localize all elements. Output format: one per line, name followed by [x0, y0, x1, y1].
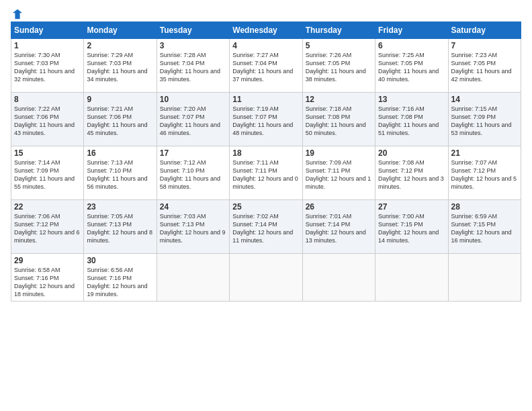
calendar-cell: 16Sunrise: 7:13 AM Sunset: 7:10 PM Dayli…: [84, 146, 157, 200]
calendar-cell: 25Sunrise: 7:02 AM Sunset: 7:14 PM Dayli…: [230, 200, 302, 254]
day-info: Sunrise: 7:14 AM Sunset: 7:09 PM Dayligh…: [14, 158, 81, 191]
day-info: Sunrise: 7:30 AM Sunset: 7:03 PM Dayligh…: [14, 51, 81, 84]
day-number: 15: [14, 148, 81, 158]
day-number: 19: [306, 148, 372, 158]
header: [11, 8, 521, 17]
day-info: Sunrise: 7:13 AM Sunset: 7:10 PM Dayligh…: [87, 158, 153, 191]
calendar-cell: 21Sunrise: 7:07 AM Sunset: 7:12 PM Dayli…: [448, 146, 521, 200]
day-number: 28: [451, 202, 518, 212]
day-number: 30: [87, 256, 153, 265]
calendar-cell: 13Sunrise: 7:16 AM Sunset: 7:08 PM Dayli…: [375, 93, 448, 146]
day-info: Sunrise: 7:05 AM Sunset: 7:13 PM Dayligh…: [87, 212, 153, 245]
day-info: Sunrise: 7:28 AM Sunset: 7:04 PM Dayligh…: [160, 51, 226, 84]
day-number: 8: [14, 95, 81, 104]
day-info: Sunrise: 7:27 AM Sunset: 7:04 PM Dayligh…: [232, 51, 299, 84]
calendar-cell: 4Sunrise: 7:27 AM Sunset: 7:04 PM Daylig…: [230, 39, 302, 93]
calendar-cell: 15Sunrise: 7:14 AM Sunset: 7:09 PM Dayli…: [11, 146, 84, 200]
calendar-cell: 30Sunrise: 6:56 AM Sunset: 7:16 PM Dayli…: [84, 254, 157, 302]
day-info: Sunrise: 6:59 AM Sunset: 7:15 PM Dayligh…: [451, 212, 518, 245]
day-number: 25: [232, 202, 299, 212]
calendar-cell: [157, 254, 229, 302]
day-info: Sunrise: 7:26 AM Sunset: 7:05 PM Dayligh…: [306, 51, 372, 84]
calendar-cell: 26Sunrise: 7:01 AM Sunset: 7:14 PM Dayli…: [302, 200, 375, 254]
calendar-cell: 11Sunrise: 7:19 AM Sunset: 7:07 PM Dayli…: [230, 93, 302, 146]
day-info: Sunrise: 7:06 AM Sunset: 7:12 PM Dayligh…: [14, 212, 81, 245]
day-number: 1: [14, 41, 81, 50]
calendar-week-3: 22Sunrise: 7:06 AM Sunset: 7:12 PM Dayli…: [11, 200, 521, 254]
logo-flag-icon: [11, 8, 24, 20]
calendar-cell: 18Sunrise: 7:11 AM Sunset: 7:11 PM Dayli…: [230, 146, 302, 200]
day-number: 27: [378, 202, 445, 212]
logo: [11, 8, 24, 17]
calendar-cell: 23Sunrise: 7:05 AM Sunset: 7:13 PM Dayli…: [84, 200, 157, 254]
day-info: Sunrise: 7:19 AM Sunset: 7:07 PM Dayligh…: [232, 105, 299, 138]
calendar-cell: 22Sunrise: 7:06 AM Sunset: 7:12 PM Dayli…: [11, 200, 84, 254]
day-info: Sunrise: 7:21 AM Sunset: 7:06 PM Dayligh…: [87, 105, 153, 138]
weekday-header-monday: Monday: [84, 22, 157, 39]
day-info: Sunrise: 7:22 AM Sunset: 7:06 PM Dayligh…: [14, 105, 81, 138]
calendar-cell: 12Sunrise: 7:18 AM Sunset: 7:08 PM Dayli…: [302, 93, 375, 146]
calendar-cell: [375, 254, 448, 302]
day-info: Sunrise: 7:09 AM Sunset: 7:11 PM Dayligh…: [306, 158, 372, 191]
day-info: Sunrise: 7:29 AM Sunset: 7:03 PM Dayligh…: [87, 51, 153, 84]
calendar-cell: 28Sunrise: 6:59 AM Sunset: 7:15 PM Dayli…: [448, 200, 521, 254]
day-number: 7: [451, 41, 518, 50]
weekday-header-saturday: Saturday: [448, 22, 521, 39]
day-info: Sunrise: 7:12 AM Sunset: 7:10 PM Dayligh…: [160, 158, 226, 191]
calendar-cell: 27Sunrise: 7:00 AM Sunset: 7:15 PM Dayli…: [375, 200, 448, 254]
day-number: 4: [232, 41, 299, 50]
day-info: Sunrise: 7:18 AM Sunset: 7:08 PM Dayligh…: [306, 105, 372, 138]
page: SundayMondayTuesdayWednesdayThursdayFrid…: [0, 0, 532, 307]
calendar-week-4: 29Sunrise: 6:58 AM Sunset: 7:16 PM Dayli…: [11, 254, 521, 302]
day-number: 21: [451, 148, 518, 158]
day-number: 9: [87, 95, 153, 104]
day-number: 22: [14, 202, 81, 212]
calendar-cell: 2Sunrise: 7:29 AM Sunset: 7:03 PM Daylig…: [84, 39, 157, 93]
day-number: 18: [232, 148, 299, 158]
day-info: Sunrise: 7:15 AM Sunset: 7:09 PM Dayligh…: [451, 105, 518, 138]
weekday-header-thursday: Thursday: [302, 22, 375, 39]
calendar-cell: 6Sunrise: 7:25 AM Sunset: 7:05 PM Daylig…: [375, 39, 448, 93]
day-number: 29: [14, 256, 81, 265]
day-number: 17: [160, 148, 226, 158]
calendar-week-1: 8Sunrise: 7:22 AM Sunset: 7:06 PM Daylig…: [11, 93, 521, 146]
day-number: 24: [160, 202, 226, 212]
day-info: Sunrise: 7:20 AM Sunset: 7:07 PM Dayligh…: [160, 105, 226, 138]
day-info: Sunrise: 7:00 AM Sunset: 7:15 PM Dayligh…: [378, 212, 445, 245]
calendar-week-0: 1Sunrise: 7:30 AM Sunset: 7:03 PM Daylig…: [11, 39, 521, 93]
calendar-cell: 7Sunrise: 7:23 AM Sunset: 7:05 PM Daylig…: [448, 39, 521, 93]
calendar-cell: 14Sunrise: 7:15 AM Sunset: 7:09 PM Dayli…: [448, 93, 521, 146]
day-number: 13: [378, 95, 445, 104]
calendar-header-row: SundayMondayTuesdayWednesdayThursdayFrid…: [11, 22, 521, 39]
calendar-week-2: 15Sunrise: 7:14 AM Sunset: 7:09 PM Dayli…: [11, 146, 521, 200]
day-number: 2: [87, 41, 153, 50]
day-number: 16: [87, 148, 153, 158]
day-info: Sunrise: 7:11 AM Sunset: 7:11 PM Dayligh…: [232, 158, 299, 191]
day-number: 12: [306, 95, 372, 104]
calendar-table: SundayMondayTuesdayWednesdayThursdayFrid…: [11, 21, 521, 302]
day-number: 23: [87, 202, 153, 212]
weekday-header-sunday: Sunday: [11, 22, 84, 39]
day-number: 5: [306, 41, 372, 50]
weekday-header-wednesday: Wednesday: [230, 22, 302, 39]
day-info: Sunrise: 6:58 AM Sunset: 7:16 PM Dayligh…: [14, 266, 81, 299]
day-info: Sunrise: 7:03 AM Sunset: 7:13 PM Dayligh…: [160, 212, 226, 245]
calendar-cell: [448, 254, 521, 302]
weekday-header-friday: Friday: [375, 22, 448, 39]
day-info: Sunrise: 7:02 AM Sunset: 7:14 PM Dayligh…: [232, 212, 299, 245]
calendar-cell: 1Sunrise: 7:30 AM Sunset: 7:03 PM Daylig…: [11, 39, 84, 93]
day-number: 11: [232, 95, 299, 104]
calendar-cell: [302, 254, 375, 302]
calendar-cell: 3Sunrise: 7:28 AM Sunset: 7:04 PM Daylig…: [157, 39, 229, 93]
day-info: Sunrise: 7:16 AM Sunset: 7:08 PM Dayligh…: [378, 105, 445, 138]
calendar-cell: 29Sunrise: 6:58 AM Sunset: 7:16 PM Dayli…: [11, 254, 84, 302]
calendar-cell: 20Sunrise: 7:08 AM Sunset: 7:12 PM Dayli…: [375, 146, 448, 200]
day-number: 6: [378, 41, 445, 50]
day-number: 26: [306, 202, 372, 212]
calendar-cell: 9Sunrise: 7:21 AM Sunset: 7:06 PM Daylig…: [84, 93, 157, 146]
day-number: 14: [451, 95, 518, 104]
calendar-cell: [230, 254, 302, 302]
day-number: 20: [378, 148, 445, 158]
day-info: Sunrise: 7:08 AM Sunset: 7:12 PM Dayligh…: [378, 158, 445, 191]
calendar-cell: 19Sunrise: 7:09 AM Sunset: 7:11 PM Dayli…: [302, 146, 375, 200]
